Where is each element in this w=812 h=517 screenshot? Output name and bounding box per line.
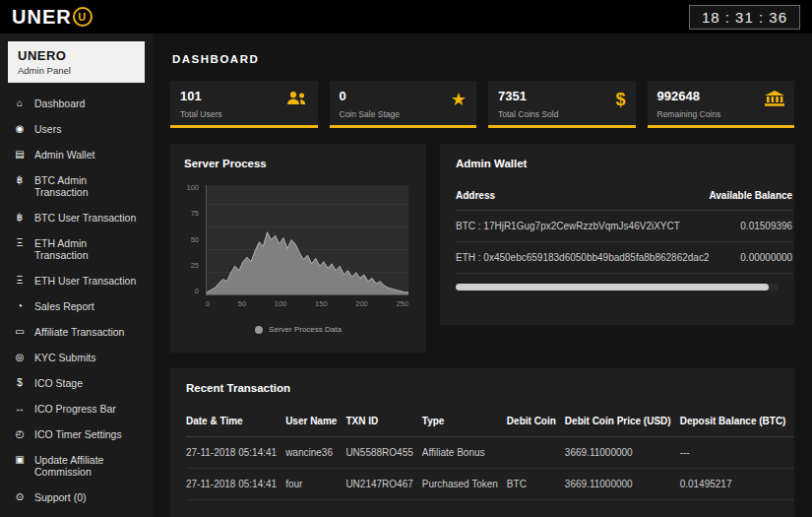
wallet-balance: 0.00000000 (709, 242, 792, 274)
sidebar-item-btc-admin-transaction[interactable]: ฿BTC Admin Transaction (0, 167, 153, 205)
stat-label: Coin Sale Stage (340, 109, 468, 119)
topbar: UNER U 18 : 31 : 36 (0, 0, 812, 33)
legend-dot-icon (255, 326, 263, 334)
wallet-balance: 0.01509396 (709, 211, 792, 242)
dollar-icon: $ (14, 377, 26, 388)
wallet-icon: ▤ (14, 149, 26, 160)
sidebar-item-update-affiliate-commission[interactable]: ▣Update Affiliate Commission (0, 447, 153, 485)
txn-debit-price: 3669.11000000 (565, 469, 680, 500)
dollar-icon: $ (615, 91, 625, 108)
stat-card-coin-sale-stage: 0 Coin Sale Stage ★ (330, 81, 477, 128)
support-icon: ⊙ (14, 491, 26, 502)
stat-card-remaining-coins: 992648 Remaining Coins (648, 81, 795, 128)
admin-wallet-card: Admin Wallet Address Available Balance B… (440, 144, 794, 325)
kyc-icon: ◎ (14, 352, 26, 362)
txn-col-user: User Name (285, 406, 345, 437)
chart-x-axis: 050100150200250 (206, 299, 408, 311)
stat-label: Total Users (180, 109, 308, 119)
users-icon (284, 91, 308, 109)
txn-col-debit-price: Debit Coin Price (USD) (565, 406, 680, 437)
recent-transactions-table: Date & Time User Name TXN ID Type Debit … (186, 406, 794, 500)
txn-debit-price: 3669.11000000 (565, 437, 680, 469)
chart-plot-area (206, 185, 408, 295)
sidebar: UNERO Admin Panel ⌂Dashboard ◉Users ▤Adm… (0, 33, 153, 517)
dashboard-icon: ⌂ (14, 97, 26, 108)
logo[interactable]: UNER U (12, 6, 93, 29)
horizontal-scrollbar-thumb[interactable] (456, 284, 769, 291)
txn-debit-coin (507, 437, 565, 469)
wallet-address: BTC : 17HjR1Gug7px2CewRzzbVqmJs46V2iXYCT (456, 211, 709, 242)
logo-emblem-icon: U (73, 7, 93, 27)
sidebar-item-affiliate-transaction[interactable]: ▭Affiliate Transaction (0, 319, 153, 345)
legend-label: Server Process Data (269, 325, 342, 334)
sidebar-item-btc-user-transaction[interactable]: ฿BTC User Transaction (0, 205, 153, 230)
txn-user: wancine36 (285, 437, 345, 469)
txn-type: Purchased Token (422, 469, 507, 500)
wallet-col-address: Address (456, 181, 709, 211)
admin-wallet-title: Admin Wallet (456, 158, 779, 169)
txn-user: four (285, 469, 345, 500)
progress-icon: ↔ (14, 403, 26, 414)
table-row: 27-11-2018 05:14:41 four UN2147RO467 Pur… (186, 469, 794, 500)
logo-text: UNER (12, 6, 72, 29)
stat-card-total-coins-sold: 7351 Total Coins Sold $ (488, 81, 636, 128)
txn-debit-coin: BTC (507, 469, 565, 500)
clock: 18 : 31 : 36 (689, 5, 800, 30)
wallet-row-eth: ETH : 0x450ebc659183d6050bb49bad85fa8b86… (456, 242, 792, 274)
txn-deposit-balance: 0.01495217 (680, 469, 794, 500)
report-icon: ◔ (14, 300, 26, 311)
sidebar-item-dashboard[interactable]: ⌂Dashboard (0, 91, 153, 116)
sidebar-item-ico-progress-bar[interactable]: ↔ICO Progress Bar (0, 396, 153, 421)
server-process-chart: 1007550250 050100150200250 (184, 183, 412, 311)
txn-id: UN5588RO455 (345, 437, 421, 469)
txn-date: 27-11-2018 05:14:41 (186, 437, 285, 469)
card-icon: ▭ (14, 326, 26, 337)
brand-subtitle: Admin Panel (18, 65, 135, 76)
txn-col-type: Type (422, 406, 507, 437)
btc-icon: ฿ (14, 212, 26, 223)
txn-date: 27-11-2018 05:14:41 (186, 469, 285, 500)
sidebar-item-eth-admin-transaction[interactable]: ΞETH Admin Transaction (0, 230, 153, 268)
txn-col-deposit-balance: Deposit Balance (BTC) (680, 406, 794, 437)
stat-card-total-users: 101 Total Users (170, 81, 318, 128)
sidebar-item-users[interactable]: ◉Users (0, 116, 153, 142)
stat-label: Remaining Coins (657, 109, 785, 119)
txn-type: Affiliate Bonus (422, 437, 507, 469)
sidebar-item-ico-stage[interactable]: $ICO Stage (0, 370, 153, 396)
sidebar-item-kyc-submits[interactable]: ◎KYC Submits (0, 345, 153, 370)
sidebar-item-eth-user-transaction[interactable]: ΞETH User Transaction (0, 268, 153, 293)
recent-transactions-title: Recent Transaction (186, 382, 779, 394)
txn-col-date: Date & Time (186, 406, 285, 437)
eth-icon: Ξ (14, 275, 26, 286)
main-content: DASHBOARD 101 Total Users 0 Coin Sale St… (153, 33, 812, 517)
bank-icon (765, 91, 784, 109)
server-process-card: Server Process 1007550250 05010015020025… (170, 144, 426, 353)
wallet-row-btc: BTC : 17HjR1Gug7px2CewRzzbVqmJs46V2iXYCT… (456, 211, 792, 242)
server-process-title: Server Process (184, 158, 412, 169)
sidebar-item-admin-wallet[interactable]: ▤Admin Wallet (0, 142, 153, 167)
wallet-col-balance: Available Balance (709, 181, 792, 211)
stats-row: 101 Total Users 0 Coin Sale Stage ★ 7351… (170, 81, 794, 128)
badge-icon: ★ (451, 91, 467, 108)
table-row: 27-11-2018 05:14:41 wancine36 UN5588RO45… (186, 437, 794, 469)
brand-title: UNERO (18, 48, 135, 63)
chart-legend-item[interactable]: Server Process Data (184, 325, 412, 334)
timer-icon: ◴ (14, 428, 26, 439)
txn-col-txnid: TXN ID (345, 406, 421, 437)
txn-deposit-balance: --- (680, 437, 794, 469)
chart-y-axis: 1007550250 (184, 183, 202, 295)
stat-value: 7351 (498, 89, 626, 103)
stat-label: Total Coins Sold (498, 109, 626, 119)
admin-wallet-table: Address Available Balance BTC : 17HjR1Gu… (456, 181, 792, 274)
txn-col-debit-coin: Debit Coin (507, 406, 565, 437)
sidebar-item-ico-timer-settings[interactable]: ◴ICO Timer Settings (0, 421, 153, 447)
txn-id: UN2147RO467 (345, 469, 421, 500)
page-title: DASHBOARD (172, 53, 794, 65)
sidebar-item-sales-report[interactable]: ◔Sales Report (0, 293, 153, 319)
users-icon: ◉ (14, 123, 26, 134)
horizontal-scrollbar-track (456, 284, 779, 291)
brand-block: UNERO Admin Panel (8, 41, 145, 83)
sidebar-item-support[interactable]: ⊙Support (0) (0, 485, 153, 510)
eth-icon: Ξ (14, 237, 26, 248)
wallet-address: ETH : 0x450ebc659183d6050bb49bad85fa8b86… (456, 242, 709, 274)
